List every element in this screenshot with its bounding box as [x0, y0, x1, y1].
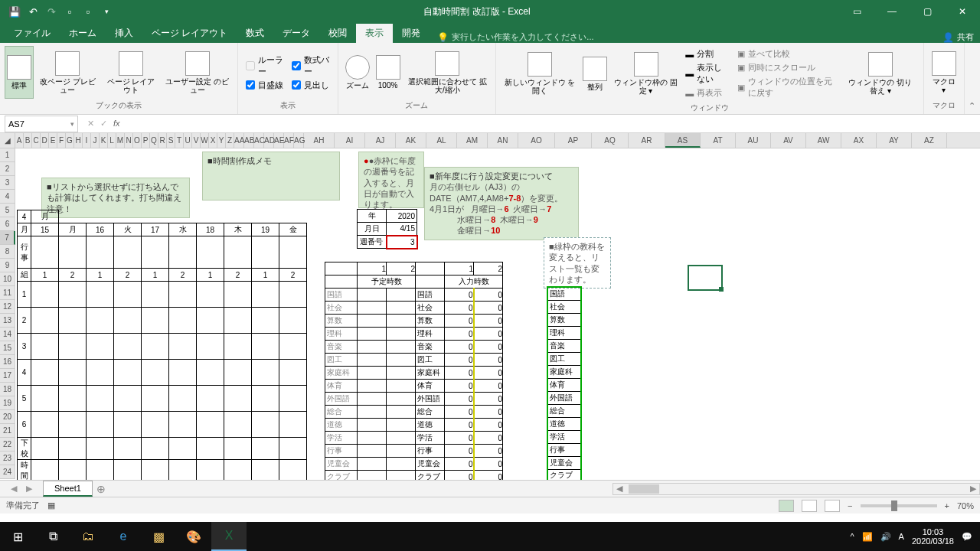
col-header[interactable]: Q: [150, 133, 158, 148]
row-header[interactable]: 21: [0, 424, 15, 438]
start-button[interactable]: ⊞: [0, 522, 35, 551]
col-header[interactable]: P: [142, 133, 150, 148]
save-icon[interactable]: 💾: [6, 3, 23, 20]
zoom-button[interactable]: ズーム: [343, 46, 372, 99]
row-header[interactable]: 3: [0, 176, 15, 190]
view-pagebreak-status[interactable]: [825, 500, 840, 512]
col-header[interactable]: K: [100, 133, 108, 148]
col-header[interactable]: AQ: [592, 133, 629, 148]
col-header[interactable]: B: [24, 133, 32, 148]
col-header[interactable]: V: [192, 133, 201, 148]
col-header[interactable]: AX: [841, 133, 877, 148]
chk-headings[interactable]: 見出し: [292, 79, 330, 92]
col-header[interactable]: AP: [555, 133, 592, 148]
formula-bar-input[interactable]: [132, 116, 980, 132]
col-header[interactable]: T: [175, 133, 184, 148]
col-header[interactable]: AG: [294, 133, 304, 148]
row-header[interactable]: 13: [0, 314, 15, 328]
new-window-button[interactable]: 新しいウィンドウ を開く: [501, 46, 579, 101]
tray-notifications-icon[interactable]: 💬: [962, 532, 972, 542]
task-view-icon[interactable]: ⧉: [35, 522, 70, 551]
col-header[interactable]: AF: [284, 133, 294, 148]
col-header[interactable]: Z: [226, 133, 234, 148]
col-header[interactable]: W: [201, 133, 209, 148]
col-header[interactable]: C: [32, 133, 41, 148]
col-header[interactable]: AT: [701, 133, 736, 148]
zoom-100-button[interactable]: 100%: [374, 46, 403, 99]
col-header[interactable]: AA: [234, 133, 244, 148]
zoom-in-button[interactable]: +: [945, 501, 949, 510]
col-header[interactable]: O: [133, 133, 142, 148]
tab-developer[interactable]: 開発: [393, 24, 430, 43]
tab-home[interactable]: ホーム: [60, 24, 106, 43]
horizontal-scrollbar[interactable]: ◀▶: [612, 483, 980, 495]
macros-button[interactable]: マクロ ▾: [929, 46, 959, 99]
row-header[interactable]: 16: [0, 355, 15, 369]
col-header[interactable]: AO: [518, 133, 555, 148]
row-header[interactable]: 4: [0, 190, 15, 204]
col-header[interactable]: G: [66, 133, 74, 148]
row-header[interactable]: 11: [0, 286, 15, 300]
col-header[interactable]: AY: [877, 133, 912, 148]
col-header[interactable]: AN: [488, 133, 518, 148]
sheet-tab[interactable]: Sheet1: [43, 481, 93, 497]
view-custom-button[interactable]: ユーザー設定 のビュー: [162, 46, 233, 99]
col-header[interactable]: Y: [217, 133, 226, 148]
col-header[interactable]: R: [158, 133, 167, 148]
select-all-button[interactable]: ◢: [0, 133, 15, 148]
col-header[interactable]: AJ: [365, 133, 396, 148]
schedule-table[interactable]: 4月月15月16火17水18木19金行事組1212121212123456下校時…: [17, 210, 307, 480]
col-header[interactable]: J: [91, 133, 100, 148]
row-header[interactable]: 8: [0, 245, 15, 259]
row-header[interactable]: 18: [0, 383, 15, 396]
unhide-button[interactable]: ▬再表示: [685, 86, 730, 99]
zoom-slider[interactable]: [861, 504, 937, 507]
row-header[interactable]: 6: [0, 217, 15, 231]
sheet-nav-first-icon[interactable]: ◀: [11, 484, 17, 494]
tab-view[interactable]: 表示: [356, 24, 393, 43]
tray-volume-icon[interactable]: 🔊: [880, 532, 891, 542]
row-header[interactable]: 24: [0, 465, 15, 479]
col-header[interactable]: AB: [244, 133, 254, 148]
col-header[interactable]: S: [167, 133, 175, 148]
tab-layout[interactable]: ページ レイアウト: [142, 24, 237, 43]
undo-icon[interactable]: ↶: [24, 3, 41, 20]
row-header[interactable]: 1: [0, 148, 15, 162]
sticky-notes-icon[interactable]: ▩: [141, 522, 176, 551]
col-header[interactable]: AC: [254, 133, 264, 148]
sheet-nav-last-icon[interactable]: ▶: [26, 484, 32, 494]
close-icon[interactable]: ✕: [945, 0, 980, 23]
row-header[interactable]: 15: [0, 341, 15, 355]
qat-icon-2[interactable]: ▫: [80, 3, 96, 20]
hide-button[interactable]: ▬表示しない: [685, 61, 730, 86]
excel-taskbar-icon[interactable]: X: [211, 522, 247, 551]
tell-me-search[interactable]: 💡 実行したい作業を入力してください...: [437, 31, 593, 43]
macro-record-icon[interactable]: ▦: [47, 500, 55, 510]
freeze-button[interactable]: ウィンドウ枠の 固定 ▾: [611, 46, 681, 101]
col-header[interactable]: F: [57, 133, 66, 148]
row-header[interactable]: 17: [0, 369, 15, 383]
col-header[interactable]: N: [125, 133, 133, 148]
row-header[interactable]: 19: [0, 396, 15, 410]
minimize-icon[interactable]: —: [874, 0, 910, 23]
paint-icon[interactable]: 🎨: [176, 522, 211, 551]
share-button[interactable]: 👤 共有: [942, 31, 974, 43]
tab-formulas[interactable]: 数式: [237, 24, 273, 43]
col-header[interactable]: L: [108, 133, 116, 148]
row-header[interactable]: 20: [0, 410, 15, 424]
col-header[interactable]: AI: [335, 133, 365, 148]
row-header[interactable]: 12: [0, 300, 15, 314]
row-header[interactable]: 5: [0, 204, 15, 217]
subject-hours-table[interactable]: 1212予定時数入力時数国語国語00社会社会00算数算数00理科理科00音楽音楽…: [325, 262, 503, 480]
col-header[interactable]: I: [83, 133, 91, 148]
row-header[interactable]: 10: [0, 272, 15, 286]
col-header[interactable]: U: [184, 133, 192, 148]
qat-icon-1[interactable]: ▫: [61, 3, 78, 20]
zoom-out-button[interactable]: −: [848, 501, 852, 510]
collapse-ribbon-icon[interactable]: ⌃: [965, 43, 980, 114]
col-header[interactable]: X: [209, 133, 217, 148]
col-header[interactable]: AR: [629, 133, 665, 148]
ie-icon[interactable]: e: [106, 522, 141, 551]
row-header[interactable]: 9: [0, 259, 15, 272]
tray-clock[interactable]: 10:032020/03/18: [912, 527, 954, 546]
